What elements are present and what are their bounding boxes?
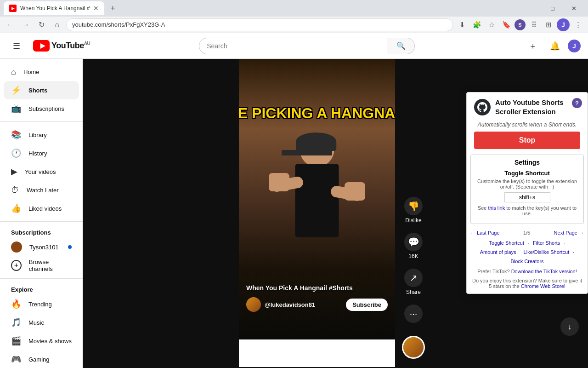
page-number: 1/5 (523, 230, 530, 236)
sidebar-item-liked-videos[interactable]: 👍 Liked videos (4, 199, 79, 218)
search-container: 🔍 (97, 38, 516, 54)
close-button[interactable]: ✕ (563, 1, 584, 15)
shorts-below-area (239, 339, 395, 367)
like-dislike-shortcut-link[interactable]: Like/Dislike Shortcut (524, 249, 570, 255)
browser-tab[interactable]: ▶ When You Pick A Hangnail # ✕ (4, 1, 104, 15)
sidebar-item-music[interactable]: 🎵 Music (4, 313, 79, 332)
toggle-shortcut-title: Toggle Shortcut (476, 170, 578, 177)
extension-settings-title: Settings (476, 159, 578, 166)
sidebar-label-music: Music (28, 319, 44, 326)
sidebar-item-history[interactable]: 🕐 History (4, 144, 79, 162)
filter-shorts-link[interactable]: Filter Shorts (533, 240, 560, 246)
scroll-down-button[interactable]: ↓ (560, 317, 579, 336)
trending-icon: 🔥 (11, 299, 21, 309)
menu-button[interactable]: ☰ (7, 37, 26, 55)
back-button[interactable]: ← (4, 18, 17, 31)
sidebar-item-shorts[interactable]: ⚡ Shorts (4, 81, 79, 99)
download-icon[interactable]: ⬇ (456, 18, 469, 31)
youtube-play-icon (37, 43, 45, 49)
tiktok-promo: Prefer TikTok? Download the TikTok versi… (467, 267, 588, 276)
watch-later-icon: ⏱ (11, 185, 19, 195)
video-info-overlay: When You Pick A Hangnail #Shorts @lukeda… (246, 284, 388, 312)
star-icon[interactable]: ☆ (485, 18, 498, 31)
sidebar-label-watch-later: Watch Later (27, 187, 59, 194)
sidebar-item-your-videos[interactable]: ▶ Your videos (4, 162, 79, 181)
more-action[interactable]: ··· (404, 305, 423, 323)
amount-of-plays-link[interactable]: Amount of plays (480, 249, 516, 255)
yt-profile-avatar[interactable]: J (568, 40, 581, 52)
sidebar-item-watch-later[interactable]: ⏱ Watch Later (4, 181, 79, 199)
shorts-video[interactable]: ME PICKING A HANGNAIL (239, 59, 395, 339)
profile-icon[interactable]: ⊞ (542, 18, 555, 31)
tyson-avatar (11, 242, 22, 253)
sidebar-label-shorts: Shorts (28, 87, 47, 94)
this-link[interactable]: this link (488, 205, 505, 211)
share-label: Share (406, 289, 421, 295)
liked-videos-icon: 👍 (11, 203, 21, 213)
sidebar-item-library[interactable]: 📚 Library (4, 126, 79, 144)
bookmark-icon[interactable]: 🔖 (500, 18, 513, 31)
yt-shorts-extension-icon[interactable]: S (514, 19, 526, 30)
sidebar-divider-2 (0, 221, 83, 222)
home-button[interactable]: ⌂ (51, 18, 63, 31)
shortcut-input[interactable] (504, 192, 550, 202)
chrome-store-link[interactable]: Chrome Web Store! (521, 283, 565, 289)
extension-title: Auto Youtube Shorts Scroller Extension (495, 98, 580, 116)
browser-profile-avatar[interactable]: J (557, 18, 570, 31)
subscription-notification-dot (68, 245, 72, 249)
shorts-container: ME PICKING A HANGNAIL (239, 59, 395, 368)
more-options-icon[interactable]: ⋮ (571, 18, 584, 31)
tab-bar: ▶ When You Pick A Hangnail # ✕ + (4, 1, 519, 15)
sidebar-item-home[interactable]: ⌂ Home (4, 63, 79, 81)
extension-puzzle-icon[interactable]: 🧩 (470, 18, 483, 31)
youtube-country: AU (84, 41, 90, 46)
comments-icon-circle: 💬 (404, 233, 423, 251)
github-icon (474, 99, 491, 115)
extensions-icon[interactable]: ⠿ (527, 18, 540, 31)
sidebar-item-trending[interactable]: 🔥 Trending (4, 295, 79, 313)
search-input[interactable] (199, 38, 387, 54)
toggle-shortcut-desc: Customize the key(s) to toggle the exten… (476, 178, 578, 190)
extension-stop-button[interactable]: Stop (474, 132, 580, 149)
notifications-button[interactable]: 🔔 (546, 37, 564, 55)
share-action[interactable]: ↗ Share (404, 269, 423, 295)
shorts-icon: ⚡ (11, 85, 21, 95)
extension-header: Auto Youtube Shorts Scroller Extension ? (467, 92, 588, 120)
extension-help-icon[interactable]: ? (572, 98, 582, 108)
search-button[interactable]: 🔍 (387, 38, 415, 54)
sidebar-item-subscriptions[interactable]: 📺 Subscriptions (4, 99, 79, 118)
sidebar-subscription-tyson[interactable]: Tyson3101 (4, 238, 79, 256)
subscribe-button[interactable]: Subscribe (346, 299, 388, 311)
sidebar-label-home: Home (23, 69, 40, 75)
sidebar-item-movies[interactable]: 🎬 Movies & shows (4, 332, 79, 350)
block-creators-link[interactable]: Block Creators (510, 259, 543, 264)
youtube-app: ☰ YouTubeAU 🔍 ＋ 🔔 J ⌂ Home (0, 33, 588, 368)
search-form: 🔍 (199, 38, 415, 54)
sidebar-label-liked-videos: Liked videos (28, 205, 62, 212)
more-icon-circle: ··· (404, 305, 423, 323)
refresh-button[interactable]: ↻ (35, 18, 48, 31)
browse-channels-btn[interactable]: + Browse channels (4, 256, 79, 275)
next-page-link[interactable]: Next Page → (554, 230, 584, 236)
comments-action[interactable]: 💬 16K (404, 233, 423, 259)
shorts-actions-panel: 👎 Dislike 💬 16K ↗ Share ··· (395, 59, 432, 368)
new-tab-btn[interactable]: + (106, 2, 119, 15)
maximize-button[interactable]: □ (542, 1, 563, 15)
youtube-logo[interactable]: YouTubeAU (33, 40, 90, 52)
tiktok-version-link[interactable]: Download the TikTok version! (511, 269, 577, 274)
address-bar[interactable] (66, 18, 453, 31)
sidebar-label-subscriptions: Subscriptions (28, 105, 64, 112)
tab-favicon: ▶ (9, 5, 17, 12)
sidebar-label-movies: Movies & shows (28, 338, 72, 345)
tab-close-btn[interactable]: ✕ (93, 5, 99, 12)
create-button[interactable]: ＋ (524, 37, 542, 55)
dislike-action[interactable]: 👎 Dislike (404, 197, 423, 224)
next-video-thumbnail[interactable] (402, 336, 425, 359)
toolbar-icons: ⬇ 🧩 ☆ 🔖 S ⠿ ⊞ J ⋮ (456, 18, 584, 31)
sidebar-item-gaming[interactable]: 🎮 Gaming (4, 350, 79, 368)
toggle-shortcut-link[interactable]: Toggle Shortcut (489, 240, 524, 246)
library-icon: 📚 (11, 130, 21, 140)
forward-button[interactable]: → (19, 18, 32, 31)
minimize-button[interactable]: — (521, 1, 542, 15)
last-page-link[interactable]: ← Last Page (470, 230, 500, 236)
